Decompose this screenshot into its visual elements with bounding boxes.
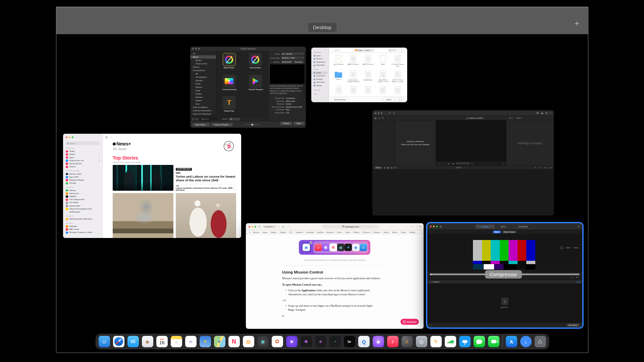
traffic-lights[interactable] xyxy=(249,226,256,228)
sidebar-item[interactable]: Blank xyxy=(190,55,216,59)
file-item[interactable]: CV James Pearson 2007 xyxy=(390,55,405,69)
sidebar-item[interactable]: Stickers xyxy=(190,96,216,99)
theme-select[interactable]: All xyxy=(229,118,240,121)
new-document-button[interactable]: New Document xyxy=(331,98,348,102)
bookmark-item[interactable]: Google xyxy=(280,231,287,233)
trim-icon[interactable]: ⇥ xyxy=(538,167,540,169)
sidebar-item[interactable]: Shared xyxy=(311,84,329,87)
cancel-button[interactable]: Cancel xyxy=(383,98,394,102)
playhead[interactable] xyxy=(430,274,431,275)
file-item[interactable]: Flybe BE871 Compla...7-07-19 xyxy=(376,71,390,84)
sidebar-item[interactable]: Locations xyxy=(311,88,329,92)
file-item[interactable]: AAP101 Essay 1 xyxy=(346,55,361,69)
royals-photo[interactable] xyxy=(176,193,236,238)
sidebar-item[interactable]: Russian invasion of Ukrai... xyxy=(66,231,100,234)
play-icon[interactable]: ▶ xyxy=(453,163,454,165)
notes-icon[interactable]: ≡ xyxy=(171,336,182,347)
subscribe-button[interactable]: ☺Subscribe xyxy=(400,319,419,325)
pause-icon[interactable]: ‖ xyxy=(472,163,472,165)
apple-tv-icon[interactable]: tv xyxy=(344,336,355,347)
add-remove-buttons[interactable] xyxy=(192,118,199,120)
loop-icon[interactable]: ∩ xyxy=(541,167,543,169)
tab[interactable]: Active xyxy=(494,225,512,228)
preset-select[interactable]: 4K - Ultra HD xyxy=(281,52,304,55)
tile-final-cut-effect[interactable]: Final Cut Effect xyxy=(249,53,262,72)
dvd-player-icon[interactable]: ◎ xyxy=(416,336,427,347)
messages-icon[interactable] xyxy=(474,336,485,347)
news-window[interactable]: Search Apple NewsTodayNews+1SportShared … xyxy=(63,134,241,238)
sidebar-item[interactable]: BBC News xyxy=(66,228,100,231)
music-icon[interactable]: ♪ xyxy=(387,336,398,347)
import-as-project-button[interactable]: Import as Project... xyxy=(211,123,233,126)
sidebar-item[interactable]: StuffGoogle xyxy=(66,210,100,214)
sidebar-item[interactable]: Planets xyxy=(66,189,100,192)
quicktime-icon[interactable]: Q xyxy=(358,336,370,347)
bookmark-item[interactable]: News xyxy=(345,231,351,233)
search-input[interactable]: Search xyxy=(388,49,405,52)
photo-booth-icon[interactable]: ◉ xyxy=(257,336,269,347)
bookmark-item[interactable]: Politics xyxy=(354,231,361,233)
snap-icon[interactable]: ⊟ xyxy=(394,167,397,169)
sidebar-item[interactable]: Euro 2024 xyxy=(66,176,100,179)
sidebar-item[interactable]: Recent xyxy=(190,65,216,69)
bookmark-item[interactable]: Property xyxy=(373,231,381,233)
add-output-button[interactable]: + xyxy=(430,324,432,326)
sidebar-item[interactable]: Sport xyxy=(66,156,100,159)
add-link[interactable]: Add xyxy=(577,281,580,283)
prev-frame-icon[interactable]: ‹ xyxy=(452,167,453,169)
sidebar-item[interactable]: Documents xyxy=(311,81,329,84)
forward-icon[interactable]: › xyxy=(333,49,334,51)
bookmark-item[interactable]: Stores xyxy=(392,231,398,233)
checkmark-icon[interactable]: ◎ xyxy=(393,112,395,114)
forward-icon[interactable]: › xyxy=(289,226,290,228)
sidebar-item[interactable]: Final Cut Transitions xyxy=(190,112,216,116)
duration-unit-select[interactable]: Timecode xyxy=(293,60,304,63)
zoom-timeline-icon[interactable]: ⧉ xyxy=(550,167,552,169)
tracks-icon[interactable]: ▦ xyxy=(387,167,389,169)
finder-icon[interactable]: ☺ xyxy=(99,336,110,347)
tab-overview-icon[interactable]: ⧉ xyxy=(419,225,421,228)
reminders-icon[interactable]: ≔ xyxy=(185,336,197,347)
sidebar-item[interactable]: The Writer xyxy=(66,201,100,204)
frame-rate-select[interactable]: 59.94 fps - NTSC xyxy=(281,56,304,59)
sidebar-toggle-icon[interactable]: ▥ xyxy=(105,136,108,139)
icloud-tabs-icon[interactable]: ☁ xyxy=(282,225,284,228)
books-icon[interactable]: ▤ xyxy=(243,336,254,347)
trash-icon[interactable]: ♺ xyxy=(535,336,546,347)
bookmark-item[interactable]: Music xyxy=(337,231,343,233)
sidebar-item[interactable]: Saved Stories xyxy=(66,162,100,165)
contacts-icon[interactable]: ☻ xyxy=(142,336,153,347)
sidebar-item[interactable]: Following xyxy=(66,222,100,225)
range-icon[interactable]: ⊞ xyxy=(576,276,579,278)
list-view-icon[interactable]: ▤ xyxy=(338,49,340,51)
sidebar-item[interactable]: Final Cut Generators xyxy=(190,109,216,112)
sidebar-item[interactable]: Compositions xyxy=(190,69,216,72)
view-select[interactable]: View xyxy=(574,247,579,249)
sidebar-item[interactable]: Weekend Reads xyxy=(66,179,100,182)
file-item[interactable]: MLT157- Polish Beginne...rsework xyxy=(390,71,405,84)
link-icon[interactable]: ⊶ xyxy=(388,112,391,114)
batch-tab[interactable]: Batch xyxy=(493,231,501,233)
traffic-lights[interactable] xyxy=(430,226,438,227)
share-icon[interactable]: ⇧ xyxy=(549,112,551,114)
back-icon[interactable]: ‹ xyxy=(331,49,332,51)
sidebar-item[interactable]: Pages xyxy=(312,71,328,75)
sidebar-item[interactable]: iCloud Drive xyxy=(311,74,329,78)
camera-tool-icon[interactable]: ◎ xyxy=(448,163,451,165)
keynote-icon[interactable] xyxy=(459,336,471,347)
bookmark-item[interactable]: Lectrobyte xyxy=(306,231,314,233)
sidebar-item[interactable]: 3D xyxy=(190,72,216,75)
tile-motion-project[interactable]: Motion Project xyxy=(223,53,236,72)
file-item[interactable]: Blank xyxy=(376,55,390,69)
icon-view-icon[interactable]: ▦ xyxy=(335,49,337,51)
view-select[interactable]: View xyxy=(516,117,522,119)
sidebar-item[interactable]: james xyxy=(311,54,329,58)
library-column[interactable] xyxy=(372,120,395,166)
calendar-icon[interactable]: JUN16 xyxy=(156,336,168,347)
zoom-select[interactable]: 41% xyxy=(566,247,571,249)
sidebar-item[interactable]: My Sports xyxy=(66,215,100,218)
compressor-window[interactable]: ▥ CurrentActiveCompleted ⚲ Batch Watch F… xyxy=(427,223,582,327)
inspector-toggle-icon[interactable]: ▥ xyxy=(545,112,548,114)
bookmark-item[interactable]: Apple xyxy=(263,231,268,233)
profile-button[interactable]: Lectrobyte xyxy=(263,225,277,228)
